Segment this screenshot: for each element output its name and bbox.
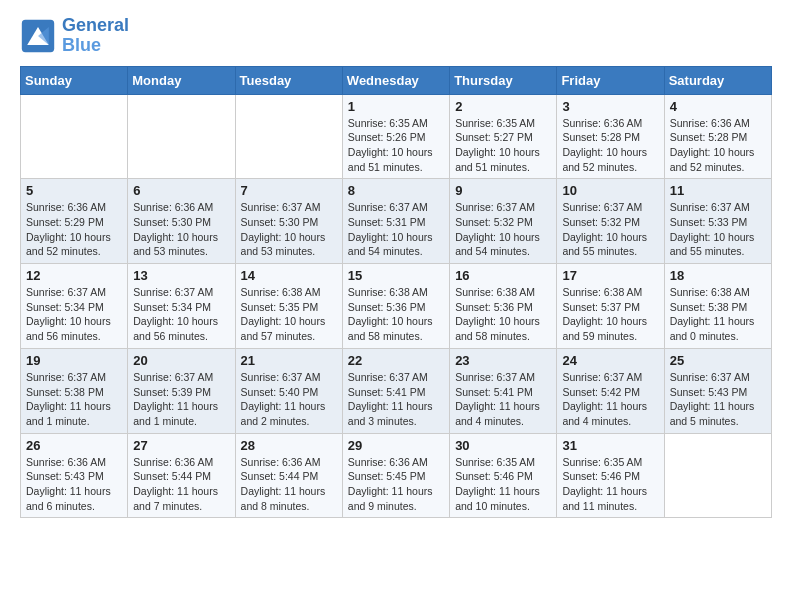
day-number: 26	[26, 438, 122, 453]
calendar-cell: 7Sunrise: 6:37 AM Sunset: 5:30 PM Daylig…	[235, 179, 342, 264]
cell-content: Sunrise: 6:37 AM Sunset: 5:32 PM Dayligh…	[562, 200, 658, 259]
calendar-cell: 29Sunrise: 6:36 AM Sunset: 5:45 PM Dayli…	[342, 433, 449, 518]
calendar-table: SundayMondayTuesdayWednesdayThursdayFrid…	[20, 66, 772, 519]
cell-content: Sunrise: 6:38 AM Sunset: 5:36 PM Dayligh…	[348, 285, 444, 344]
day-number: 27	[133, 438, 229, 453]
cell-content: Sunrise: 6:37 AM Sunset: 5:33 PM Dayligh…	[670, 200, 766, 259]
calendar-cell	[21, 94, 128, 179]
day-header-thursday: Thursday	[450, 66, 557, 94]
calendar-cell: 6Sunrise: 6:36 AM Sunset: 5:30 PM Daylig…	[128, 179, 235, 264]
day-number: 19	[26, 353, 122, 368]
day-number: 11	[670, 183, 766, 198]
calendar-cell: 5Sunrise: 6:36 AM Sunset: 5:29 PM Daylig…	[21, 179, 128, 264]
calendar-cell: 13Sunrise: 6:37 AM Sunset: 5:34 PM Dayli…	[128, 264, 235, 349]
day-number: 16	[455, 268, 551, 283]
cell-content: Sunrise: 6:36 AM Sunset: 5:28 PM Dayligh…	[670, 116, 766, 175]
cell-content: Sunrise: 6:37 AM Sunset: 5:41 PM Dayligh…	[348, 370, 444, 429]
cell-content: Sunrise: 6:37 AM Sunset: 5:32 PM Dayligh…	[455, 200, 551, 259]
calendar-week-row: 19Sunrise: 6:37 AM Sunset: 5:38 PM Dayli…	[21, 348, 772, 433]
calendar-cell: 25Sunrise: 6:37 AM Sunset: 5:43 PM Dayli…	[664, 348, 771, 433]
day-number: 28	[241, 438, 337, 453]
day-number: 22	[348, 353, 444, 368]
day-header-friday: Friday	[557, 66, 664, 94]
day-number: 10	[562, 183, 658, 198]
calendar-cell: 10Sunrise: 6:37 AM Sunset: 5:32 PM Dayli…	[557, 179, 664, 264]
day-number: 2	[455, 99, 551, 114]
calendar-week-row: 26Sunrise: 6:36 AM Sunset: 5:43 PM Dayli…	[21, 433, 772, 518]
calendar-cell: 27Sunrise: 6:36 AM Sunset: 5:44 PM Dayli…	[128, 433, 235, 518]
calendar-cell: 9Sunrise: 6:37 AM Sunset: 5:32 PM Daylig…	[450, 179, 557, 264]
calendar-cell: 1Sunrise: 6:35 AM Sunset: 5:26 PM Daylig…	[342, 94, 449, 179]
day-number: 15	[348, 268, 444, 283]
calendar-cell: 28Sunrise: 6:36 AM Sunset: 5:44 PM Dayli…	[235, 433, 342, 518]
calendar-cell: 19Sunrise: 6:37 AM Sunset: 5:38 PM Dayli…	[21, 348, 128, 433]
calendar-cell: 16Sunrise: 6:38 AM Sunset: 5:36 PM Dayli…	[450, 264, 557, 349]
cell-content: Sunrise: 6:37 AM Sunset: 5:31 PM Dayligh…	[348, 200, 444, 259]
cell-content: Sunrise: 6:36 AM Sunset: 5:29 PM Dayligh…	[26, 200, 122, 259]
calendar-cell: 4Sunrise: 6:36 AM Sunset: 5:28 PM Daylig…	[664, 94, 771, 179]
day-header-wednesday: Wednesday	[342, 66, 449, 94]
calendar-week-row: 1Sunrise: 6:35 AM Sunset: 5:26 PM Daylig…	[21, 94, 772, 179]
cell-content: Sunrise: 6:37 AM Sunset: 5:40 PM Dayligh…	[241, 370, 337, 429]
calendar-cell	[235, 94, 342, 179]
cell-content: Sunrise: 6:36 AM Sunset: 5:45 PM Dayligh…	[348, 455, 444, 514]
cell-content: Sunrise: 6:37 AM Sunset: 5:43 PM Dayligh…	[670, 370, 766, 429]
cell-content: Sunrise: 6:35 AM Sunset: 5:46 PM Dayligh…	[455, 455, 551, 514]
calendar-cell: 3Sunrise: 6:36 AM Sunset: 5:28 PM Daylig…	[557, 94, 664, 179]
cell-content: Sunrise: 6:38 AM Sunset: 5:37 PM Dayligh…	[562, 285, 658, 344]
calendar-cell: 30Sunrise: 6:35 AM Sunset: 5:46 PM Dayli…	[450, 433, 557, 518]
day-number: 29	[348, 438, 444, 453]
calendar-cell: 17Sunrise: 6:38 AM Sunset: 5:37 PM Dayli…	[557, 264, 664, 349]
cell-content: Sunrise: 6:37 AM Sunset: 5:39 PM Dayligh…	[133, 370, 229, 429]
calendar-cell: 15Sunrise: 6:38 AM Sunset: 5:36 PM Dayli…	[342, 264, 449, 349]
day-number: 25	[670, 353, 766, 368]
day-header-monday: Monday	[128, 66, 235, 94]
calendar-week-row: 12Sunrise: 6:37 AM Sunset: 5:34 PM Dayli…	[21, 264, 772, 349]
cell-content: Sunrise: 6:38 AM Sunset: 5:38 PM Dayligh…	[670, 285, 766, 344]
calendar-cell: 26Sunrise: 6:36 AM Sunset: 5:43 PM Dayli…	[21, 433, 128, 518]
cell-content: Sunrise: 6:36 AM Sunset: 5:44 PM Dayligh…	[241, 455, 337, 514]
day-number: 24	[562, 353, 658, 368]
cell-content: Sunrise: 6:36 AM Sunset: 5:28 PM Dayligh…	[562, 116, 658, 175]
day-number: 3	[562, 99, 658, 114]
day-header-saturday: Saturday	[664, 66, 771, 94]
day-number: 1	[348, 99, 444, 114]
calendar-cell: 11Sunrise: 6:37 AM Sunset: 5:33 PM Dayli…	[664, 179, 771, 264]
day-number: 17	[562, 268, 658, 283]
day-number: 31	[562, 438, 658, 453]
cell-content: Sunrise: 6:38 AM Sunset: 5:36 PM Dayligh…	[455, 285, 551, 344]
calendar-cell: 14Sunrise: 6:38 AM Sunset: 5:35 PM Dayli…	[235, 264, 342, 349]
day-number: 6	[133, 183, 229, 198]
calendar-cell: 23Sunrise: 6:37 AM Sunset: 5:41 PM Dayli…	[450, 348, 557, 433]
cell-content: Sunrise: 6:35 AM Sunset: 5:27 PM Dayligh…	[455, 116, 551, 175]
day-number: 18	[670, 268, 766, 283]
calendar-cell: 20Sunrise: 6:37 AM Sunset: 5:39 PM Dayli…	[128, 348, 235, 433]
cell-content: Sunrise: 6:37 AM Sunset: 5:34 PM Dayligh…	[26, 285, 122, 344]
logo: GeneralBlue	[20, 16, 129, 56]
cell-content: Sunrise: 6:37 AM Sunset: 5:38 PM Dayligh…	[26, 370, 122, 429]
calendar-cell: 18Sunrise: 6:38 AM Sunset: 5:38 PM Dayli…	[664, 264, 771, 349]
day-number: 30	[455, 438, 551, 453]
day-number: 4	[670, 99, 766, 114]
page-header: GeneralBlue	[20, 16, 772, 56]
calendar-cell: 24Sunrise: 6:37 AM Sunset: 5:42 PM Dayli…	[557, 348, 664, 433]
cell-content: Sunrise: 6:35 AM Sunset: 5:26 PM Dayligh…	[348, 116, 444, 175]
day-number: 23	[455, 353, 551, 368]
day-number: 8	[348, 183, 444, 198]
logo-text: GeneralBlue	[62, 16, 129, 56]
calendar-week-row: 5Sunrise: 6:36 AM Sunset: 5:29 PM Daylig…	[21, 179, 772, 264]
cell-content: Sunrise: 6:37 AM Sunset: 5:42 PM Dayligh…	[562, 370, 658, 429]
day-header-tuesday: Tuesday	[235, 66, 342, 94]
day-number: 13	[133, 268, 229, 283]
calendar-cell	[664, 433, 771, 518]
calendar-cell: 2Sunrise: 6:35 AM Sunset: 5:27 PM Daylig…	[450, 94, 557, 179]
logo-icon	[20, 18, 56, 54]
day-number: 21	[241, 353, 337, 368]
day-number: 20	[133, 353, 229, 368]
day-number: 5	[26, 183, 122, 198]
day-number: 7	[241, 183, 337, 198]
cell-content: Sunrise: 6:37 AM Sunset: 5:41 PM Dayligh…	[455, 370, 551, 429]
cell-content: Sunrise: 6:35 AM Sunset: 5:46 PM Dayligh…	[562, 455, 658, 514]
calendar-cell: 12Sunrise: 6:37 AM Sunset: 5:34 PM Dayli…	[21, 264, 128, 349]
cell-content: Sunrise: 6:38 AM Sunset: 5:35 PM Dayligh…	[241, 285, 337, 344]
